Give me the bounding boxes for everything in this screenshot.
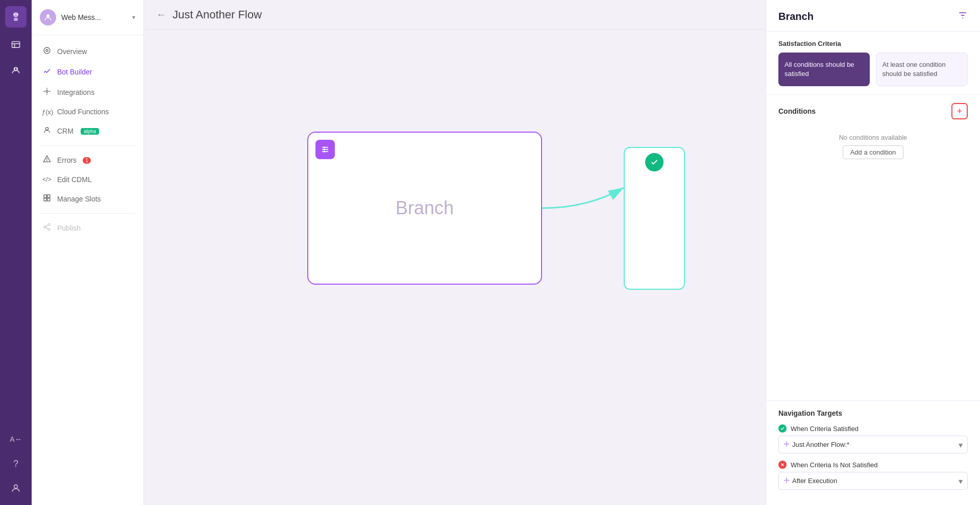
svg-line-26 bbox=[46, 228, 48, 229]
sidebar: Web Mess... ▾ Overview Bot Builder bbox=[32, 0, 144, 505]
conditions-header: Conditions + bbox=[766, 94, 980, 123]
svg-rect-20 bbox=[44, 198, 46, 201]
panel-header: Branch bbox=[766, 0, 980, 32]
back-button[interactable]: ← bbox=[156, 9, 166, 20]
svg-point-2 bbox=[14, 14, 15, 15]
sidebar-item-integrations[interactable]: Integrations bbox=[32, 82, 143, 103]
criteria-not-satisfied-icon bbox=[778, 461, 787, 469]
cloud-functions-icon: ƒ(x) bbox=[42, 108, 52, 116]
criteria-satisfied-icon bbox=[778, 424, 787, 433]
conditions-section-label: Conditions bbox=[778, 107, 816, 115]
crm-alpha-badge: alpha bbox=[81, 128, 99, 135]
flow-title: Just Another Flow bbox=[173, 8, 262, 21]
branch-node-icon bbox=[315, 140, 335, 159]
svg-point-3 bbox=[17, 14, 18, 15]
svg-point-17 bbox=[47, 161, 47, 161]
panel-title: Branch bbox=[778, 11, 814, 22]
svg-point-32 bbox=[324, 148, 325, 150]
nav-target-2-select[interactable]: After Execution bbox=[778, 472, 968, 490]
svg-rect-1 bbox=[14, 18, 18, 21]
right-panel: Branch Satisfaction Criteria All conditi… bbox=[766, 0, 980, 505]
errors-icon bbox=[42, 155, 52, 165]
branch-node-label: Branch bbox=[396, 197, 454, 219]
no-conditions-text: No conditions available bbox=[778, 134, 968, 141]
sidebar-icon-translate[interactable]: A↔ bbox=[5, 428, 27, 450]
manage-slots-icon bbox=[42, 194, 52, 204]
sidebar-item-integrations-label: Integrations bbox=[57, 88, 94, 96]
svg-rect-18 bbox=[44, 195, 46, 197]
nav-target-2-label: When Criteria Is Not Satisfied bbox=[778, 461, 968, 469]
sidebar-item-cloud-functions[interactable]: ƒ(x) Cloud Functions bbox=[32, 103, 143, 121]
sidebar-item-crm[interactable]: CRM alpha bbox=[32, 121, 143, 141]
connected-node[interactable] bbox=[624, 147, 685, 290]
sidebar-item-bot-builder[interactable]: Bot Builder bbox=[32, 62, 143, 82]
sidebar-icon-messages[interactable] bbox=[5, 35, 27, 56]
sidebar-item-cloud-functions-label: Cloud Functions bbox=[57, 108, 109, 116]
criteria-at-least-one-button[interactable]: At least one condition should be satisfi… bbox=[876, 53, 968, 86]
svg-point-15 bbox=[45, 128, 48, 130]
nav-target-1-select[interactable]: Just Another Flow:* bbox=[778, 436, 968, 453]
conditions-empty-space bbox=[766, 169, 980, 400]
overview-icon bbox=[42, 46, 52, 57]
nav-target-1-text: When Criteria Satisfied bbox=[791, 425, 859, 433]
sidebar-icon-user[interactable] bbox=[5, 477, 27, 499]
sidebar-item-manage-slots[interactable]: Manage Slots bbox=[32, 189, 143, 209]
sidebar-header[interactable]: Web Mess... ▾ bbox=[32, 0, 143, 35]
criteria-all-conditions-button[interactable]: All conditions should be satisfied bbox=[778, 53, 870, 86]
svg-point-8 bbox=[14, 68, 15, 69]
navigation-targets-title: Navigation Targets bbox=[778, 409, 968, 417]
svg-point-33 bbox=[324, 151, 325, 153]
sidebar-workspace-title: Web Mess... bbox=[61, 13, 127, 21]
svg-point-13 bbox=[46, 49, 48, 52]
sidebar-item-bot-builder-label: Bot Builder bbox=[57, 68, 92, 76]
criteria-grid: All conditions should be satisfied At le… bbox=[766, 53, 980, 94]
branch-node[interactable]: Branch bbox=[307, 132, 542, 285]
sidebar-item-edit-cdml[interactable]: </> Edit CDML bbox=[32, 170, 143, 189]
sidebar-item-errors-label: Errors bbox=[57, 156, 77, 164]
nav-target-2-select-wrapper: After Execution ▾ bbox=[778, 472, 968, 490]
sidebar-item-crm-label: CRM bbox=[57, 127, 74, 135]
sidebar-nav: Overview Bot Builder Integrations ƒ(x) C… bbox=[32, 35, 143, 505]
svg-point-31 bbox=[324, 146, 325, 148]
integrations-icon bbox=[42, 87, 52, 97]
publish-icon bbox=[42, 223, 52, 233]
svg-point-12 bbox=[44, 47, 50, 54]
nav-target-2-text: When Criteria Is Not Satisfied bbox=[791, 461, 878, 469]
panel-filter-icon[interactable] bbox=[958, 10, 968, 23]
sidebar-avatar bbox=[40, 9, 56, 26]
canvas: Branch bbox=[144, 30, 766, 505]
sidebar-chevron-icon: ▾ bbox=[132, 14, 135, 21]
crm-icon bbox=[42, 126, 52, 136]
topbar: ← Just Another Flow bbox=[144, 0, 766, 30]
no-conditions-area: No conditions available Add a condition bbox=[766, 123, 980, 169]
sidebar-item-overview-label: Overview bbox=[57, 47, 87, 56]
app-logo[interactable] bbox=[5, 6, 27, 28]
sidebar-item-publish[interactable]: Publish bbox=[32, 218, 143, 238]
svg-line-25 bbox=[46, 225, 48, 226]
nav-target-1-select-wrapper: Just Another Flow:* ▾ bbox=[778, 436, 968, 453]
svg-point-14 bbox=[46, 90, 48, 92]
navigation-targets-section: Navigation Targets When Criteria Satisfi… bbox=[766, 400, 980, 505]
svg-point-11 bbox=[46, 14, 50, 17]
add-condition-plus-button[interactable]: + bbox=[951, 103, 968, 119]
plus-icon: + bbox=[957, 106, 963, 117]
nav-target-row-2: When Criteria Is Not Satisfied After Exe… bbox=[778, 461, 968, 490]
bot-builder-icon bbox=[42, 67, 52, 77]
svg-point-10 bbox=[14, 485, 18, 488]
svg-rect-21 bbox=[47, 198, 50, 201]
svg-rect-4 bbox=[12, 42, 20, 48]
sidebar-item-publish-label: Publish bbox=[57, 224, 81, 232]
main-area: ← Just Another Flow bbox=[144, 0, 766, 505]
nav-target-1-label: When Criteria Satisfied bbox=[778, 424, 968, 433]
add-condition-link[interactable]: Add a condition bbox=[843, 145, 904, 159]
sidebar-icon-bot[interactable] bbox=[5, 59, 27, 81]
sidebar-item-edit-cdml-label: Edit CDML bbox=[57, 175, 92, 184]
nav-divider bbox=[40, 145, 135, 146]
sidebar-item-errors[interactable]: Errors 1 bbox=[32, 150, 143, 170]
svg-point-9 bbox=[17, 68, 18, 69]
sidebar-item-overview[interactable]: Overview bbox=[32, 41, 143, 62]
icon-bar: A↔ ? bbox=[0, 0, 32, 505]
sidebar-icon-help[interactable]: ? bbox=[5, 453, 27, 474]
nav-target-row-1: When Criteria Satisfied Just Another Flo… bbox=[778, 424, 968, 453]
svg-rect-19 bbox=[47, 195, 50, 197]
